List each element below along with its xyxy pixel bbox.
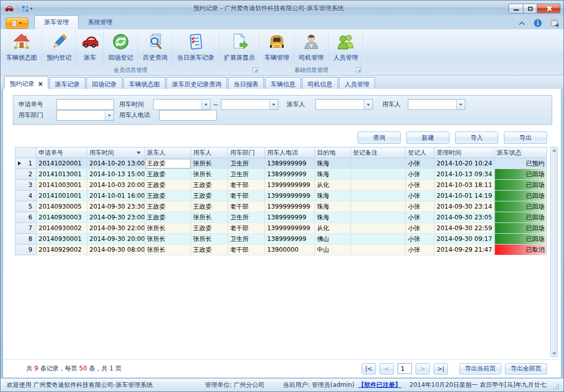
status-cell[interactable]: 已回场 — [495, 223, 547, 234]
doc-tab[interactable]: 预约记录 — [4, 76, 48, 89]
table-cell[interactable]: 张所长 — [145, 245, 191, 255]
table-cell[interactable]: 从化 — [315, 223, 351, 234]
table-cell[interactable]: 王政委 — [191, 191, 228, 201]
row-selector-cell[interactable]: 7 — [15, 223, 36, 234]
table-cell[interactable]: 张所长 — [191, 234, 228, 245]
table-cell[interactable]: 2014-09-30 22:59 — [435, 223, 495, 234]
column-header[interactable]: 用车人电话 — [265, 147, 315, 158]
table-cell[interactable]: 2014-10-01 14:19 — [435, 191, 495, 201]
table-cell[interactable]: 小张 — [406, 212, 435, 223]
dispatcher-select[interactable] — [315, 99, 373, 110]
close-tab-icon[interactable] — [38, 82, 43, 86]
table-row[interactable]: 5201409300052014-09-30 23:30王政委王政委老干部139… — [15, 201, 547, 212]
close-button[interactable] — [537, 4, 560, 13]
table-row[interactable]: 2201410130012014-10-13 15:00王政委张所长卫生所138… — [15, 169, 547, 180]
table-cell[interactable]: 王政委 — [145, 201, 191, 212]
doc-tab[interactable]: 派车记录 — [49, 77, 85, 89]
table-cell[interactable]: 小张 — [406, 245, 435, 255]
phone-input[interactable] — [159, 110, 217, 121]
table-cell[interactable]: 王政委 — [145, 191, 191, 201]
status-cell[interactable]: 已回场 — [495, 201, 547, 212]
table-cell[interactable]: 老干部 — [228, 201, 265, 212]
info-icon[interactable] — [534, 19, 542, 27]
column-header[interactable]: 派车状态 — [495, 147, 547, 158]
table-cell[interactable]: 1389999999 — [265, 169, 315, 180]
ribbon-button[interactable]: 人员管理 — [329, 30, 363, 65]
table-cell[interactable]: 20140929002 — [36, 245, 87, 255]
table-cell[interactable] — [351, 245, 406, 255]
table-cell[interactable]: 13999999999 — [265, 191, 315, 201]
table-cell[interactable]: 卫生所 — [228, 158, 265, 169]
table-row[interactable]: 1201410200012014-10-20 13:00王政委张所长卫生所138… — [15, 158, 547, 169]
table-cell[interactable]: 老干部 — [228, 191, 265, 201]
table-cell[interactable]: 20141001001 — [36, 191, 87, 201]
table-cell[interactable]: 从化 — [315, 180, 351, 191]
ribbon-tab-dispatch[interactable]: 派车管理 — [34, 15, 79, 29]
table-cell[interactable]: 2014-09-30 23:00 — [87, 212, 145, 223]
vertical-scrollbar[interactable] — [550, 147, 558, 357]
table-cell[interactable]: 王政委 — [145, 180, 191, 191]
table-cell[interactable] — [351, 201, 406, 212]
table-cell[interactable]: 张所长 — [145, 223, 191, 234]
column-header[interactable]: 用车人 — [191, 147, 228, 158]
column-header[interactable]: 登记人 — [406, 147, 435, 158]
table-cell[interactable]: 卫生所 — [228, 234, 265, 245]
table-cell[interactable]: 13900000 — [265, 245, 315, 255]
row-selector-cell[interactable]: 3 — [15, 180, 36, 191]
ribbon-button[interactable]: 派车 — [77, 30, 104, 65]
table-cell[interactable] — [351, 169, 406, 180]
table-row[interactable]: 4201410010012014-10-01 16:00王政委王政委老干部139… — [15, 191, 547, 201]
export-current-page-button[interactable]: 导出当前页 — [459, 363, 501, 375]
column-header[interactable]: 用车时间 — [87, 147, 145, 158]
table-cell[interactable]: 2014-09-30 08:00 — [87, 245, 145, 255]
ribbon-button[interactable]: 预约登记 — [42, 30, 77, 65]
import-button[interactable]: 导入 — [455, 132, 498, 144]
column-header[interactable]: 派车人 — [145, 147, 191, 158]
table-cell[interactable]: 小张 — [406, 223, 435, 234]
export-button[interactable]: 导出 — [504, 132, 547, 144]
table-cell[interactable]: 珠海 — [315, 212, 351, 223]
table-cell[interactable]: 卫生所 — [228, 212, 265, 223]
status-cell[interactable]: 已预约 — [495, 158, 547, 169]
dropdown-button[interactable] — [364, 100, 372, 109]
column-header[interactable]: 受理时间 — [435, 147, 495, 158]
page-number-input[interactable] — [398, 363, 412, 374]
dialog-launcher-icon[interactable] — [253, 67, 258, 72]
table-cell[interactable]: 20140930005 — [36, 201, 87, 212]
apply-no-input[interactable] — [57, 99, 114, 110]
table-cell[interactable]: 2014-10-03 20:00 — [87, 180, 145, 191]
table-cell[interactable]: 2014-09-30 23:30 — [87, 201, 145, 212]
table-cell[interactable]: 2014-10-13 15:00 — [87, 169, 145, 180]
table-cell[interactable] — [351, 180, 406, 191]
table-cell[interactable]: 小张 — [406, 169, 435, 180]
minimize-button[interactable] — [509, 4, 523, 13]
table-cell[interactable]: 2014-09-30 09:17 — [435, 234, 495, 245]
table-cell[interactable]: 小张 — [406, 191, 435, 201]
table-cell[interactable]: 1389999999 — [265, 212, 315, 223]
table-cell[interactable]: 小张 — [406, 180, 435, 191]
status-cell[interactable]: 已回场 — [495, 212, 547, 223]
table-cell[interactable]: 20141020001 — [36, 158, 87, 169]
use-time-from-select[interactable] — [153, 99, 211, 110]
dropdown-button[interactable] — [269, 100, 278, 109]
table-cell[interactable]: 2014-10-20 13:00 — [87, 158, 145, 169]
table-cell[interactable]: 王政委 — [191, 180, 228, 191]
table-cell[interactable] — [351, 223, 406, 234]
table-cell[interactable]: 王政委 — [191, 223, 228, 234]
doc-tab[interactable]: 当日报表 — [228, 77, 264, 89]
table-cell[interactable]: 20141003001 — [36, 180, 87, 191]
table-cell[interactable]: 中山 — [315, 245, 351, 255]
row-selector-cell[interactable]: 6 — [15, 212, 36, 223]
doc-tab[interactable]: 派车历史记录查询 — [166, 77, 227, 89]
column-header[interactable]: 申请单号 — [36, 147, 87, 158]
status-cell[interactable]: 已回场 — [495, 169, 547, 180]
ribbon-button[interactable]: 历史查询 — [138, 30, 173, 65]
table-cell[interactable]: 2014-09-30 23:05 — [435, 212, 495, 223]
table-cell[interactable]: 老干部 — [228, 245, 265, 255]
switch-window-icon[interactable] — [550, 19, 559, 27]
table-cell[interactable]: 2014-09-29 21:47 — [435, 245, 495, 255]
ribbon-tab-system[interactable]: 系统管理 — [79, 16, 122, 29]
table-cell[interactable]: 2014-09-30 22:00 — [87, 223, 145, 234]
row-selector-cell[interactable]: 2 — [15, 169, 36, 180]
table-cell[interactable]: 张所长 — [191, 212, 228, 223]
